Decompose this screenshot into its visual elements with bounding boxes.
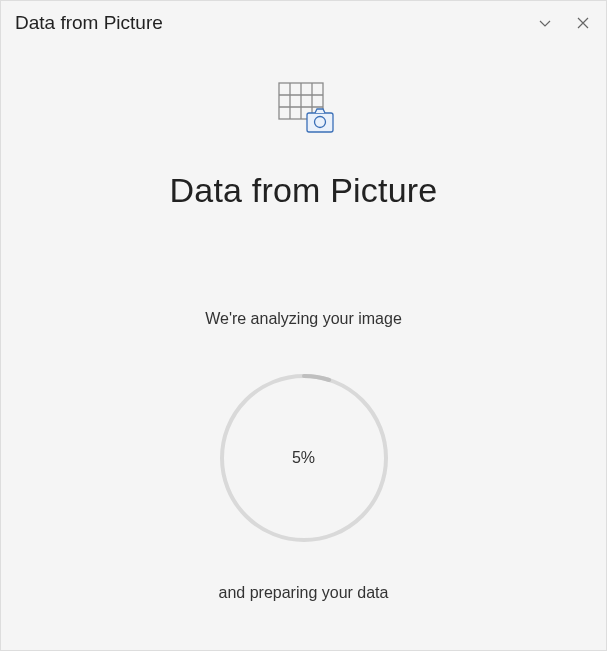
titlebar: Data from Picture xyxy=(1,1,606,41)
main-heading: Data from Picture xyxy=(170,171,438,210)
progress-percent-label: 5% xyxy=(292,449,315,467)
panel-title: Data from Picture xyxy=(15,12,163,34)
content-area: Data from Picture We're analyzing your i… xyxy=(1,41,606,650)
close-button[interactable] xyxy=(574,14,592,32)
grid-camera-icon xyxy=(269,79,339,143)
titlebar-controls xyxy=(536,14,592,32)
chevron-down-icon xyxy=(538,16,552,30)
svg-rect-6 xyxy=(307,113,333,132)
collapse-button[interactable] xyxy=(536,14,554,32)
close-icon xyxy=(576,16,590,30)
status-text-preparing: and preparing your data xyxy=(219,584,389,602)
data-from-picture-panel: Data from Picture xyxy=(0,0,607,651)
progress-indicator: 5% xyxy=(214,368,394,548)
status-text-analyzing: We're analyzing your image xyxy=(205,310,402,328)
